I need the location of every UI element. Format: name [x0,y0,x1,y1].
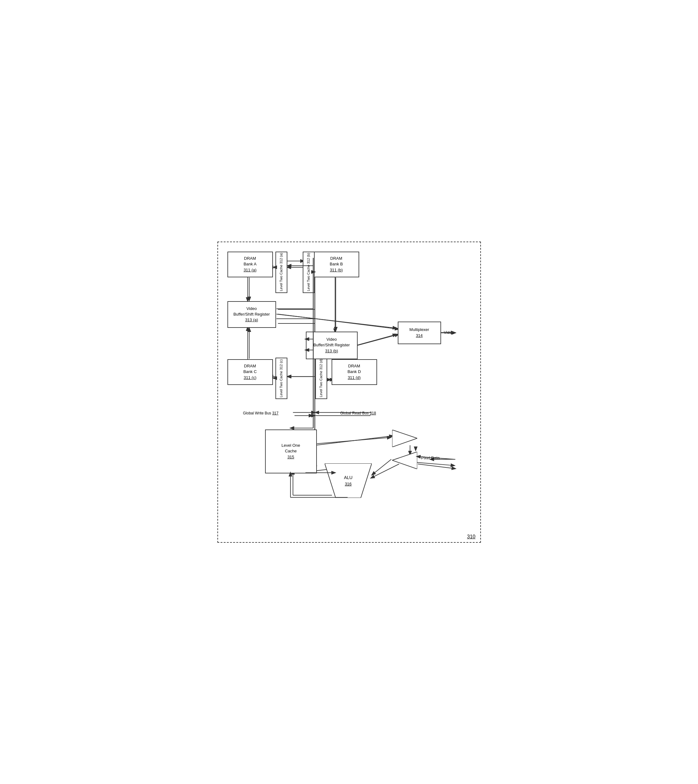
video-buffer-a-ref: 313 (a) [245,317,258,323]
multiplexer-label: Multiplexer [409,327,429,333]
multiplexer: Multiplexer 314 [398,321,441,344]
dram-a-label: DRAMBank A [244,256,256,267]
cache-312c-label: Level Two Cache 312 (c) [279,359,283,397]
dram-a-ref: 311 (a) [244,267,256,273]
level-one-cache-label: Level OneCache [282,443,300,454]
dram-bank-d: DRAMBank D 311 (d) [332,359,377,385]
dram-c-ref: 311 (c) [244,375,256,380]
buffer-triangle-upper [392,430,417,447]
svg-line-3 [357,334,398,345]
svg-line-24 [418,464,455,468]
buffer-triangle-lower [392,452,417,469]
svg-text:316: 316 [345,482,352,486]
dram-bank-a: DRAMBank A 311 (a) [227,252,273,277]
video-buffer-b-label: VideoBuffer/Shift Register [313,337,350,348]
video-buffer-b-ref: 313 (b) [325,348,338,354]
global-read-bus-label: Global Read Bus 318 [341,411,376,415]
svg-line-17 [315,436,393,445]
cache-312a-label: Level Two Cache 312 (a) [279,253,283,291]
alu-shape: ALU 316 [325,463,372,498]
svg-line-62 [416,462,454,465]
multiplexer-ref: 314 [416,333,423,339]
svg-marker-37 [392,430,417,447]
dram-bank-b: DRAMBank B 311 (b) [314,252,359,277]
diagram-ref: 310 [467,534,476,540]
svg-line-4 [278,314,398,329]
diagram-border: DRAMBank A 311 (a) DRAMBank B 311 (b) Le… [217,242,481,543]
dram-d-label: DRAMBank D [347,363,361,375]
svg-text:ALU: ALU [344,475,352,480]
video-buffer-a: VideoBuffer/Shift Register 313 (a) [227,301,276,328]
svg-marker-38 [392,452,417,469]
page-container: DRAMBank A 311 (a) DRAMBank B 311 (b) Le… [209,235,489,549]
svg-line-58 [372,459,391,475]
dram-b-ref: 311 (b) [330,267,342,273]
cache-312a: Level Two Cache 312 (a) [275,252,287,293]
video-buffer-a-label: VideoBuffer/Shift Register [234,306,270,317]
level-one-cache-ref: 315 [287,454,294,460]
svg-line-55 [317,437,390,444]
svg-line-42 [357,334,396,345]
diagram-inner: DRAMBank A 311 (a) DRAMBank B 311 (b) Le… [218,242,480,542]
dram-c-label: DRAMBank C [244,363,257,375]
cache-312d: Level Two Cache 312 (d) [315,357,327,399]
dram-bank-c: DRAMBank C 311 (c) [227,359,273,385]
svg-marker-34 [325,463,372,498]
level-one-cache: Level OneCache 315 [265,430,317,473]
dram-d-ref: 311 (d) [347,375,361,380]
cache-312b-label: Level Two Cache 312 (b) [306,253,311,291]
svg-line-43 [277,314,396,328]
pixel-data-label: Pixel Data [421,456,440,460]
cache-312d-label: Level Two Cache 312 (d) [319,359,323,397]
dram-b-label: DRAMBank B [330,256,343,267]
video-output-label: Video [444,330,454,335]
global-write-bus-label: Global Write Bus 317 [243,411,278,415]
cache-312c: Level Two Cache 312 (c) [275,357,287,399]
video-buffer-b: VideoBuffer/Shift Register 313 (b) [306,332,357,359]
cache-312b: Level Two Cache 312 (b) [303,252,314,293]
